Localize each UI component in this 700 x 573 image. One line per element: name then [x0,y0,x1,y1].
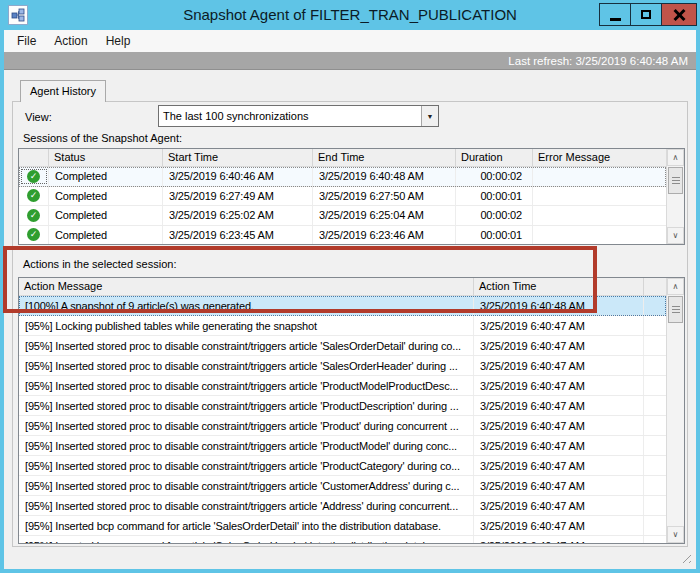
action-message: [95%] Inserted stored proc to disable co… [19,396,474,415]
scroll-up-icon: ∧ [673,282,679,291]
action-row[interactable]: [95%] Inserted stored proc to disable co… [19,396,666,416]
scrollbar-track[interactable] [667,194,684,227]
menu-item-file[interactable]: File [8,30,45,52]
scrollbar-thumb[interactable] [668,296,683,323]
chevron-down-icon[interactable]: ▼ [421,106,438,126]
action-row[interactable]: [100%] A snapshot of 9 article(s) was ge… [19,296,666,316]
action-message: [95%] Inserted stored proc to disable co… [19,416,474,435]
action-row-spacer [644,516,666,535]
status-text: Completed [49,206,163,225]
status-text: Completed [49,226,163,245]
action-row[interactable]: [95%] Inserted stored proc to disable co… [19,376,666,396]
action-time: 3/25/2019 6:40:47 AM [474,376,644,395]
maximize-button[interactable] [630,3,662,26]
maximize-icon [641,10,651,19]
action-row[interactable]: [95%] Inserted stored proc to disable co… [19,416,666,436]
action-time: 3/25/2019 6:40:47 AM [474,456,644,475]
error-message [533,187,666,206]
error-message [533,206,666,225]
scroll-down-button[interactable]: ∨ [667,526,684,543]
status-cell: ✓ [19,187,49,206]
session-row[interactable]: ✓Completed3/25/2019 6:25:02 AM3/25/2019 … [19,206,666,226]
scrollbar-track[interactable] [667,323,684,526]
start-time: 3/25/2019 6:27:49 AM [163,187,313,206]
duration: 00:00:01 [456,187,533,206]
actions-column-header-action-message[interactable]: Action Message [19,278,474,295]
action-row[interactable]: [95%] Locking published tables while gen… [19,316,666,336]
scroll-up-button[interactable]: ∧ [667,278,684,295]
status-cell: ✓ [19,206,49,225]
window-body: FileActionHelp Last refresh: 3/25/2019 6… [4,30,696,569]
tab-agent-history[interactable]: Agent History [20,80,106,102]
end-time: 3/25/2019 6:40:48 AM [313,167,456,186]
action-time: 3/25/2019 6:40:47 AM [474,396,644,415]
action-time: 3/25/2019 6:40:47 AM [474,336,644,355]
start-time: 3/25/2019 6:40:46 AM [163,167,313,186]
view-label: View: [25,111,52,123]
action-row[interactable]: [95%] Inserted bcp command for article '… [19,536,666,543]
sessions-table-body: ✓Completed3/25/2019 6:40:46 AM3/25/2019 … [19,167,666,244]
actions-table-body: [100%] A snapshot of 9 article(s) was ge… [19,296,666,543]
action-row[interactable]: [95%] Inserted stored proc to disable co… [19,496,666,516]
status-completed-icon: ✓ [27,209,40,222]
thumb-grip-icon [672,177,680,184]
error-message [533,226,666,245]
actions-column-header-action-time[interactable]: Action Time [474,278,644,295]
scrollbar-thumb[interactable] [668,167,683,194]
action-message: [95%] Inserted bcp command for article '… [19,536,474,543]
session-row[interactable]: ✓Completed3/25/2019 6:40:46 AM3/25/2019 … [19,167,666,187]
sessions-column-header-status[interactable]: Status [49,149,163,166]
view-dropdown[interactable]: The last 100 synchronizations ▼ [158,105,439,127]
start-time: 3/25/2019 6:25:02 AM [163,206,313,225]
last-refresh-text: Last refresh: 3/25/2019 6:40:48 AM [508,55,688,67]
action-row[interactable]: [95%] Inserted bcp command for article '… [19,516,666,536]
actions-column-header-spacer [644,278,666,295]
end-time: 3/25/2019 6:27:50 AM [313,187,456,206]
sessions-column-header-end-time[interactable]: End Time [313,149,456,166]
action-row[interactable]: [95%] Inserted stored proc to disable co… [19,436,666,456]
action-message: [95%] Inserted bcp command for article '… [19,516,474,535]
sessions-column-header-start-time[interactable]: Start Time [163,149,313,166]
scroll-up-button[interactable]: ∧ [667,149,684,166]
close-button[interactable] [661,3,697,26]
actions-scrollbar[interactable]: ∧ ∨ [666,278,684,543]
menu-item-help[interactable]: Help [97,30,140,52]
action-message: [95%] Inserted stored proc to disable co… [19,456,474,475]
action-row[interactable]: [95%] Inserted stored proc to disable co… [19,476,666,496]
action-message: [95%] Inserted stored proc to disable co… [19,376,474,395]
content-area: Agent History View: The last 100 synchro… [4,70,696,569]
action-time: 3/25/2019 6:40:47 AM [474,496,644,515]
action-row[interactable]: [95%] Inserted stored proc to disable co… [19,456,666,476]
action-row-spacer [644,316,666,335]
action-row-spacer [644,496,666,515]
resize-grip[interactable] [679,551,691,563]
scroll-down-button[interactable]: ∨ [667,227,684,244]
action-row-spacer [644,356,666,375]
action-row[interactable]: [95%] Inserted stored proc to disable co… [19,356,666,376]
scroll-up-icon: ∧ [673,153,679,162]
action-message: [95%] Inserted stored proc to disable co… [19,476,474,495]
session-row[interactable]: ✓Completed3/25/2019 6:23:45 AM3/25/2019 … [19,226,666,245]
action-time: 3/25/2019 6:40:48 AM [474,296,644,315]
action-row-spacer [644,476,666,495]
action-row-spacer [644,396,666,415]
action-row[interactable]: [95%] Inserted stored proc to disable co… [19,336,666,356]
end-time: 3/25/2019 6:23:46 AM [313,226,456,245]
action-time: 3/25/2019 6:40:47 AM [474,436,644,455]
action-time: 3/25/2019 6:40:47 AM [474,516,644,535]
minimize-icon [610,18,621,21]
menu-item-action[interactable]: Action [45,30,96,52]
menu-bar: FileActionHelp [4,30,696,52]
session-row[interactable]: ✓Completed3/25/2019 6:27:49 AM3/25/2019 … [19,187,666,207]
window-title: Snapshot Agent of FILTER_TRAN_PUBLICATIO… [0,0,700,30]
sessions-column-header-icon[interactable] [19,149,49,166]
duration: 00:00:02 [456,206,533,225]
sessions-scrollbar[interactable]: ∧ ∨ [666,149,684,244]
sessions-column-header-duration[interactable]: Duration [456,149,533,166]
actions-header: Action MessageAction Time [19,278,666,296]
scroll-down-icon: ∨ [673,530,679,539]
view-dropdown-value: The last 100 synchronizations [159,106,421,126]
sessions-column-header-error-message[interactable]: Error Message [533,149,666,166]
minimize-button[interactable] [599,3,631,26]
action-row-spacer [644,376,666,395]
